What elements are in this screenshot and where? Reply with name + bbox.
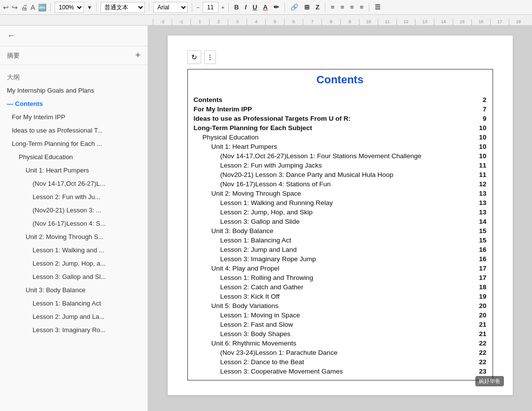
sidebar-item-unit2[interactable]: Unit 2: Moving Through S... [0,230,147,243]
italic-button[interactable]: I [244,3,248,11]
toc-table: Contents2For My Interim IPP7Ideas to use… [194,95,487,376]
ruler-mark: -2 [153,19,172,25]
toc-row: For My Interim IPP7 [194,104,487,114]
link-button[interactable]: 🔗 [289,3,300,11]
toc-entry-text: Lesson 3: Cooperative Movement Games [194,367,470,376]
sidebar-item-ideas[interactable]: Ideas to use as Professional T... [0,124,147,137]
ruler-mark: 12 [396,19,415,25]
sidebar-item-lesson2-jump[interactable]: Lesson 2: Jump, Hop, a... [0,257,147,270]
extra-button[interactable]: ☰ [373,3,382,11]
toc-entry-text: Lesson 2: Catch and Gather [194,282,470,292]
toc-entry-page: 17 [470,264,487,273]
toc-entry-page: 10 [470,142,487,151]
list-button[interactable]: ≡ [339,3,346,11]
toc-entry-page: 12 [470,179,487,189]
sidebar-scroll[interactable]: 大纲 My Internship Goals and Plans — Conte… [0,65,147,411]
align-button[interactable]: ≡ [329,3,336,11]
toc-entry-page: 22 [470,357,487,367]
outdent-button[interactable]: ≡ [358,3,365,11]
toc-entry-page: 9 [470,114,487,123]
sidebar-item-unit3[interactable]: Unit 3: Body Balance [0,283,147,297]
sidebar-item-my-internship[interactable]: My Internship Goals and Plans [0,84,147,97]
sidebar-section-header: 摘要 + [0,46,147,65]
toc-row: (Nov 16-17)Lesson 4: Stations of Fun12 [194,179,487,189]
toc-row: Lesson 2: Jump, Hop, and Skip13 [194,207,487,217]
toc-row: Lesson 3: Cooperative Movement Games23 [194,367,487,376]
ruler-mark: 18 [509,19,528,25]
sidebar-item-lesson3-rope[interactable]: Lesson 3: Imaginary Ro... [0,323,147,337]
toc-entry-page: 23 [470,367,487,376]
bold-button[interactable]: B [233,3,240,11]
font-color-button[interactable]: A [262,3,269,11]
refresh-button[interactable]: ↻ [187,50,201,64]
font-minus-icon[interactable]: − [196,4,199,10]
toc-entry-page: 20 [470,301,487,310]
sidebar-item-physical-ed[interactable]: Physical Education [0,150,147,164]
sidebar-item-unit1[interactable]: Unit 1: Heart Pumpers [0,164,147,177]
sidebar-item-nov14[interactable]: (Nov 14-17,Oct 26-27)L... [0,177,147,190]
z-button[interactable]: Z [314,3,321,11]
toc-row: Lesson 1: Walking and Running Relay13 [194,198,487,207]
sidebar-item-lesson1-balance[interactable]: Lesson 1: Balancing Act [0,297,147,310]
sidebar-item-lesson2-jumpland[interactable]: Lesson 2: Jump and La... [0,310,147,323]
zoom-select[interactable]: 100% [55,2,84,13]
sidebar-add-button[interactable]: + [135,50,141,61]
font-size-input[interactable] [203,2,218,13]
format-icon[interactable]: 🔤 [38,3,46,11]
toc-entry-text: Lesson 1: Walking and Running Relay [194,198,470,207]
sidebar-item-contents[interactable]: — Contents [0,97,147,110]
ruler-mark: 6 [284,19,303,25]
toc-entry-text: Lesson 3: Gallop and Slide [194,217,470,226]
sidebar-item-lesson2-fun[interactable]: Lesson 2: Fun with Ju... [0,190,147,204]
toc-entry-text: Lesson 2: Fun with Jumping Jacks [194,161,470,170]
toc-entry-page: 22 [470,339,487,348]
toc-entry-text: Physical Education [194,133,470,142]
ruler-mark: 1 [190,19,209,25]
toc-row: Lesson 2: Fast and Slow21 [194,320,487,329]
separator2 [96,3,97,12]
separator8 [369,3,369,12]
toc-row: (Nov 23-24)Lesson 1: Parachute Dance22 [194,348,487,357]
zoom-arrow[interactable]: ▼ [87,4,92,10]
ruler-mark: 9 [340,19,359,25]
sidebar-item-interim-ipp[interactable]: For My Interim IPP [0,110,147,124]
sidebar-item-nov20-lesson3[interactable]: (Nov20-21) Lesson 3: ... [0,204,147,217]
sidebar-item-nov16-lesson4[interactable]: (Nov 16-17)Lesson 4: S... [0,217,147,230]
ruler-mark: 5 [265,19,284,25]
sidebar-item-lesson3-gallop[interactable]: Lesson 3: Gallop and Sl... [0,270,147,283]
watermark: 婉妤华爸 [475,376,504,386]
toc-entry-page: 19 [470,292,487,301]
separator3 [149,3,149,12]
toc-entry-text: Unit 5: Body Variations [194,301,470,310]
toc-entry-text: For My Interim IPP [194,104,470,114]
sidebar-back-button[interactable]: ← [7,31,16,41]
toc-entry-text: (Nov 23-24)Lesson 1: Parachute Dance [194,348,470,357]
sidebar-item-long-term[interactable]: Long-Term Planning for Each ... [0,137,147,150]
ruler-mark: 17 [490,19,509,25]
toc-row: Unit 3: Body Balance15 [194,226,487,236]
toc-row: Contents2 [194,95,487,104]
more-button[interactable]: ⋮ [204,50,216,64]
toc-entry-page: 16 [470,245,487,254]
underline-button[interactable]: U [251,3,258,11]
sidebar-item-lesson1-walking[interactable]: Lesson 1: Walking and ... [0,243,147,257]
toc-entry-page: 13 [470,198,487,207]
table-button[interactable]: ⊞ [303,3,311,11]
toc-entry-page: 13 [470,189,487,198]
style-select[interactable]: 普通文本 [101,2,145,13]
toc-entry-text: Ideas to use as Professional Targets Fro… [194,114,470,123]
contents-box: Contents Contents2For My Interim IPP7Ide… [187,69,493,380]
spellcheck-icon[interactable]: A [31,3,35,11]
highlight-button[interactable]: ✏ [272,3,281,11]
toc-entry-text: Lesson 2: Fast and Slow [194,320,470,329]
toc-entry-page: 17 [470,273,487,282]
undo-icon[interactable]: ↩ [3,3,9,11]
font-select[interactable]: Arial [153,2,188,13]
redo-icon[interactable]: ↪ [12,3,18,11]
print-icon[interactable]: 🖨 [21,3,28,11]
ruler-mark: 14 [434,19,453,25]
font-plus-icon[interactable]: + [221,4,224,10]
toc-entry-text: Lesson 1: Rolling and Throwing [194,273,470,282]
indent-button[interactable]: ≡ [349,3,355,11]
toc-entry-page: 10 [470,151,487,161]
